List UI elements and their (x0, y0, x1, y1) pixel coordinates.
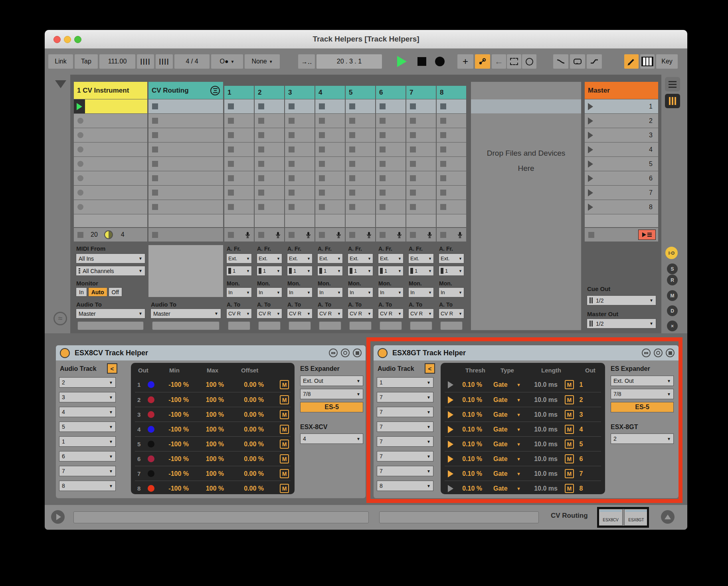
clip-slot[interactable] (74, 186, 147, 200)
map-button[interactable]: M (565, 425, 574, 434)
clip-slot[interactable] (406, 143, 436, 156)
quantization-chooser[interactable]: None▼ (245, 54, 280, 69)
track-stop-button[interactable] (440, 232, 446, 238)
clip-slot[interactable] (285, 214, 315, 227)
clip-slot[interactable] (437, 99, 466, 113)
clip-slot[interactable] (376, 171, 406, 185)
clip-slot[interactable] (406, 214, 436, 227)
clip-slot[interactable] (224, 157, 254, 171)
input-type-chooser[interactable]: Ext.▼ (408, 253, 434, 263)
record-button[interactable] (431, 54, 449, 69)
clip-slot[interactable] (224, 214, 254, 227)
min-value[interactable]: -100 % (154, 455, 189, 463)
scene-slot[interactable]: 5 (585, 157, 658, 171)
max-value[interactable]: 100 % (189, 426, 224, 433)
back-button[interactable]: < (425, 363, 435, 374)
audio-track-chooser[interactable]: 2▼ (59, 377, 116, 388)
clip-slot[interactable] (148, 128, 223, 142)
clip-slot[interactable] (255, 157, 284, 171)
clip-slot[interactable] (255, 214, 284, 227)
clip-slot[interactable] (315, 128, 345, 142)
track-header-cv-instrument[interactable]: 1 CV Instrument (74, 82, 147, 99)
scene-slot[interactable]: 2 (585, 114, 658, 128)
fold-session-icon[interactable] (55, 80, 66, 88)
device-on-toggle[interactable] (60, 348, 70, 358)
clip-slot[interactable] (437, 143, 466, 156)
output-chooser[interactable]: CV R▼ (257, 309, 282, 319)
audio-track-chooser[interactable]: 6▼ (59, 451, 116, 461)
max-value[interactable]: 100 % (189, 455, 224, 463)
play-device-chain-button[interactable] (51, 510, 65, 524)
map-button[interactable]: M (565, 469, 574, 478)
arrangement-position-field[interactable]: 20 . 3 . 1 (317, 54, 382, 69)
monitor-chooser[interactable]: In▼ (348, 287, 373, 297)
metronome-button[interactable]: O●▼ (211, 54, 243, 69)
clip-slot[interactable] (285, 114, 315, 128)
arm-mic-icon[interactable] (275, 232, 281, 238)
clip-slot[interactable] (224, 114, 254, 128)
clip-slot[interactable] (255, 143, 284, 156)
draw-pencil-button[interactable] (624, 54, 639, 69)
output-chooser[interactable]: CV R▼ (439, 309, 464, 319)
audio-track-chooser[interactable]: 7▼ (377, 392, 433, 402)
arm-mic-icon[interactable] (366, 232, 372, 238)
clip-slot[interactable] (376, 186, 406, 200)
follow-actions-button[interactable] (522, 54, 536, 69)
back-to-arrangement-session-button[interactable] (638, 230, 656, 240)
offset-value[interactable]: 0.00 % (224, 441, 264, 448)
track-stop-button[interactable] (152, 232, 158, 238)
input-channel-chooser[interactable]: 1▼ (439, 266, 464, 276)
offset-value[interactable]: 0.00 % (224, 411, 264, 418)
clip-slot[interactable] (406, 128, 436, 142)
clip-slot[interactable] (406, 157, 436, 171)
thresh-value[interactable]: 0.10 % (453, 396, 482, 404)
arm-mic-icon[interactable] (336, 232, 341, 238)
scene-menu-icon[interactable] (665, 77, 680, 91)
input-channel-chooser[interactable]: 1▼ (348, 266, 373, 276)
drop-zone[interactable]: Drop Files and Devices Here (471, 82, 581, 330)
map-button[interactable]: M (565, 410, 574, 419)
scene-slot[interactable]: 7 (585, 186, 658, 200)
clip-slot[interactable] (255, 99, 284, 113)
map-button[interactable]: M (565, 440, 574, 449)
expander-pair-chooser[interactable]: 7/8▼ (300, 389, 363, 399)
clip-slot[interactable] (224, 143, 254, 156)
input-channel-chooser[interactable]: 1▼ (257, 266, 282, 276)
overdub-button[interactable]: + (457, 54, 473, 69)
clip-slot[interactable] (148, 171, 223, 185)
track-header-7[interactable]: 7 (406, 86, 436, 99)
track-stop-button[interactable] (319, 232, 325, 238)
module-number-chooser[interactable]: 4▼ (300, 434, 363, 444)
length-value[interactable]: 10.0 ms (526, 485, 558, 492)
clip-slot[interactable] (315, 157, 345, 171)
audio-track-chooser[interactable]: 4▼ (59, 407, 116, 417)
clip-slot[interactable] (148, 157, 223, 171)
map-button[interactable]: M (280, 469, 289, 478)
clip-slot[interactable] (346, 157, 375, 171)
max-value[interactable]: 100 % (189, 441, 224, 448)
clip-slot[interactable] (376, 214, 406, 227)
audio-track-chooser[interactable]: 7▼ (59, 466, 116, 476)
monitor-chooser[interactable]: In▼ (317, 287, 343, 297)
type-value[interactable]: Gate (493, 455, 513, 463)
output-chooser[interactable]: Master▼ (150, 309, 221, 319)
monitor-in-option[interactable]: In (76, 287, 87, 297)
clip-slot[interactable] (255, 200, 284, 214)
clip-slot[interactable] (315, 171, 345, 185)
delay-toggle-button[interactable]: D (667, 305, 678, 316)
master-out-chooser[interactable]: 1/2▼ (587, 319, 656, 329)
map-button[interactable]: M (280, 425, 289, 434)
clip-slot[interactable] (315, 186, 345, 200)
arm-mic-icon[interactable] (397, 232, 402, 238)
mixer-section-toggle-button[interactable]: M (667, 290, 678, 301)
clip-slot[interactable] (285, 143, 315, 156)
thresh-value[interactable]: 0.10 % (453, 426, 482, 433)
midi-keyboard-button[interactable] (640, 54, 655, 69)
clip-slot[interactable] (74, 128, 147, 142)
input-type-chooser[interactable]: Ext.▼ (226, 253, 252, 263)
audio-track-chooser[interactable]: 8▼ (377, 481, 433, 491)
capture-midi-button[interactable] (475, 54, 490, 69)
input-channel-chooser[interactable]: 1▼ (378, 266, 404, 276)
offset-value[interactable]: 0.00 % (224, 485, 264, 492)
back-button[interactable]: < (107, 363, 117, 374)
